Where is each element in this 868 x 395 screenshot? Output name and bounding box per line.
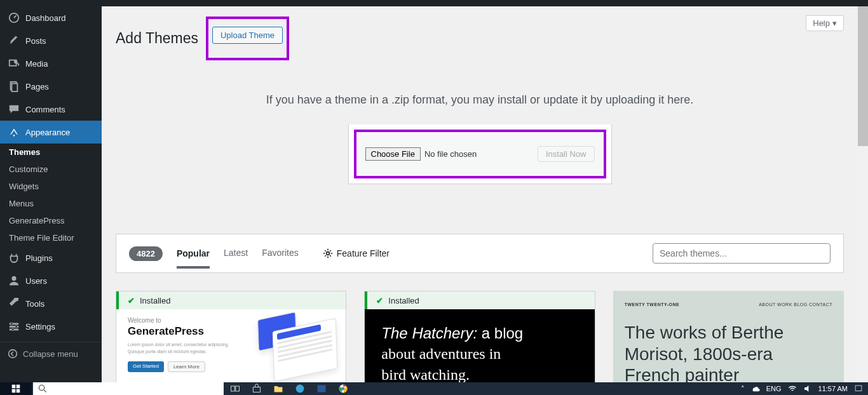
theme-count-badge: 4822	[129, 246, 163, 261]
tray-volume-icon[interactable]	[803, 384, 812, 393]
tray-wifi-icon[interactable]	[788, 384, 797, 393]
dashboard-icon	[8, 11, 20, 24]
submenu-generatepress[interactable]: GeneratePress	[0, 212, 102, 229]
tray-onedrive-icon[interactable]	[751, 384, 760, 393]
preview-line1-rest: a blog	[477, 325, 523, 342]
scrollbar-thumb[interactable]	[858, 6, 868, 146]
preview-line1: The works of Berthe	[625, 322, 832, 344]
filter-latest[interactable]: Latest	[224, 248, 248, 259]
tray-chevron-icon[interactable]: ˄	[741, 385, 745, 393]
theme-card-generatepress[interactable]: ✔ Installed Welcome to GeneratePress Lor…	[116, 291, 346, 382]
word-icon[interactable]	[316, 384, 327, 394]
svg-point-18	[39, 385, 44, 390]
feature-filter-label: Feature Filter	[337, 248, 390, 258]
search-themes-input[interactable]	[653, 243, 831, 264]
menu-users[interactable]: Users	[0, 269, 102, 292]
appearance-icon	[8, 126, 20, 138]
submenu-widgets[interactable]: Widgets	[0, 178, 102, 195]
menu-settings[interactable]: Settings	[0, 315, 102, 338]
installed-label: Installed	[140, 296, 170, 305]
tray-language[interactable]: ENG	[766, 385, 782, 392]
taskbar-search[interactable]: Type here to search	[33, 382, 224, 395]
submenu-menus[interactable]: Menus	[0, 195, 102, 212]
tray-notifications-icon[interactable]	[854, 384, 863, 393]
theme-browser-bar: 4822 Popular Latest Favorites Feature Fi…	[116, 234, 844, 273]
menu-comments[interactable]: Comments	[0, 98, 102, 121]
gear-icon	[323, 248, 333, 258]
plugin-icon	[8, 251, 20, 264]
menu-label: Settings	[25, 322, 55, 331]
edge-icon[interactable]	[295, 384, 305, 394]
preview-line1-em: The Hatchery:	[381, 325, 477, 342]
filter-popular[interactable]: Popular	[177, 248, 210, 269]
wrench-icon	[8, 297, 20, 310]
menu-pages[interactable]: Pages	[0, 75, 102, 98]
menu-media[interactable]: Media	[0, 52, 102, 75]
menu-tools[interactable]: Tools	[0, 292, 102, 315]
preview-get-started: Get Started	[128, 361, 164, 372]
svg-point-5	[11, 276, 16, 281]
collapse-menu-button[interactable]: Collapse menu	[0, 342, 102, 365]
upload-theme-button[interactable]: Upload Theme	[212, 27, 283, 44]
collapse-label: Collapse menu	[23, 349, 78, 359]
menu-label: Appearance	[25, 128, 70, 137]
upload-form-outer: Choose File No file chosen Install Now	[348, 124, 612, 184]
submenu-themes[interactable]: Themes	[0, 144, 102, 161]
admin-sidebar: Dashboard Posts Media Pages Comments	[0, 6, 102, 382]
svg-rect-17	[17, 389, 20, 393]
svg-rect-14	[12, 385, 16, 389]
user-icon	[8, 274, 20, 287]
preview-nav: ABOUT WORK BLOG CONTACT	[759, 302, 832, 307]
upload-form-highlight: Choose File No file chosen Install Now	[354, 130, 606, 178]
taskbar-tray: ˄ ENG 11:57 AM	[741, 384, 868, 393]
menu-appearance[interactable]: Appearance	[0, 121, 102, 144]
theme-card-hatchery[interactable]: ✔ Installed The Hatchery: a blog about a…	[364, 291, 595, 382]
submenu-theme-file-editor[interactable]: Theme File Editor	[0, 229, 102, 246]
page-heading: Add Themes Upload Theme	[116, 17, 289, 60]
installed-badge: ✔ Installed	[365, 291, 594, 309]
preview-description: Lorem ipsum dolor sit amet, consectetur …	[128, 342, 229, 355]
store-icon[interactable]	[252, 384, 262, 394]
help-tab[interactable]: Help ▾	[806, 15, 844, 31]
chrome-icon[interactable]	[338, 384, 348, 394]
theme-card-twentytwentyone[interactable]: TWENTY TWENTY-ONE ABOUT WORK BLOG CONTAC…	[613, 291, 844, 382]
svg-point-21	[296, 385, 304, 393]
preview-line2: about adventures in	[381, 344, 578, 364]
menu-plugins[interactable]: Plugins	[0, 246, 102, 269]
submenu-customize[interactable]: Customize	[0, 161, 102, 178]
preview-brand: TWENTY TWENTY-ONE	[625, 302, 680, 307]
feature-filter-button[interactable]: Feature Filter	[323, 248, 390, 258]
page-scrollbar[interactable]	[858, 6, 868, 382]
menu-label: Posts	[25, 36, 46, 46]
svg-rect-22	[318, 385, 326, 392]
svg-rect-20	[236, 386, 240, 391]
check-icon: ✔	[128, 296, 135, 305]
check-icon: ✔	[376, 296, 383, 305]
install-now-button[interactable]: Install Now	[538, 146, 595, 162]
menu-label: Users	[25, 276, 47, 286]
settings-icon	[8, 320, 20, 333]
appearance-submenu: Themes Customize Widgets Menus GenerateP…	[0, 144, 102, 246]
task-view-icon[interactable]	[230, 384, 240, 394]
chevron-down-icon: ▾	[832, 18, 837, 28]
menu-label: Plugins	[25, 253, 53, 263]
menu-label: Media	[25, 59, 48, 69]
svg-point-11	[11, 328, 14, 331]
taskbar-apps	[225, 384, 353, 394]
collapse-icon	[8, 349, 18, 359]
theme-preview: TWENTY TWENTY-ONE ABOUT WORK BLOG CONTAC…	[613, 291, 844, 382]
filter-favorites[interactable]: Favorites	[262, 248, 299, 259]
menu-dashboard[interactable]: Dashboard	[0, 6, 102, 29]
tray-clock[interactable]: 11:57 AM	[818, 385, 848, 392]
comment-icon	[8, 103, 20, 116]
start-button[interactable]	[0, 382, 32, 395]
help-label: Help	[813, 18, 830, 28]
choose-file-button[interactable]: Choose File	[365, 147, 421, 161]
page-title: Add Themes	[116, 30, 198, 47]
svg-rect-15	[17, 385, 20, 389]
svg-rect-25	[855, 385, 862, 391]
explorer-icon[interactable]	[273, 384, 283, 394]
windows-icon	[11, 384, 20, 393]
menu-posts[interactable]: Posts	[0, 29, 102, 52]
pin-icon	[8, 34, 20, 47]
